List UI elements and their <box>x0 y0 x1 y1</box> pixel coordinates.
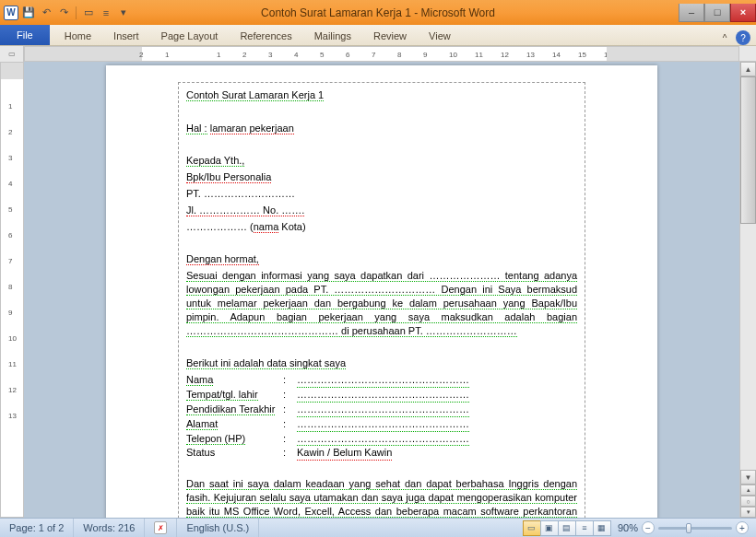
window-title: Contoh Surat Lamaran Kerja 1 - Microsoft… <box>261 6 495 19</box>
status-words[interactable]: Words: 216 <box>74 519 145 537</box>
document-area: 12345678910111213 Contoh Surat Lamaran K… <box>0 62 756 518</box>
help-icon[interactable]: ? <box>736 30 750 45</box>
kepada-line: Kepada Yth., <box>186 155 244 167</box>
scroll-up-icon[interactable]: ▲ <box>740 62 756 76</box>
qat-custom-1-icon[interactable]: ▭ <box>81 6 96 20</box>
quick-access-toolbar: W 💾 ↶ ↷ ▭ ≡ ▾ <box>0 6 131 20</box>
scroll-thumb[interactable] <box>740 76 756 224</box>
spell-check-icon: ✗ <box>154 521 167 534</box>
data-row: Nama:…………………………………………… <box>186 373 577 388</box>
scroll-down-icon[interactable]: ▼ <box>740 470 756 484</box>
status-right: ▭ ▣ ▤ ≡ ▦ 90% − + <box>523 519 756 537</box>
tab-page-layout[interactable]: Page Layout <box>150 27 230 45</box>
zoom-in-button[interactable]: + <box>736 521 749 534</box>
doc-title: Contoh Surat Lamaran Kerja 1 <box>186 89 324 101</box>
window-controls: – □ × <box>679 4 756 22</box>
save-icon[interactable]: 💾 <box>21 6 36 20</box>
zoom-slider-handle[interactable] <box>686 523 691 533</box>
undo-icon[interactable]: ↶ <box>39 6 53 20</box>
zoom-control: 90% − + <box>610 521 756 534</box>
personalia-line: Bpk/Ibu Personalia <box>186 171 271 183</box>
status-page[interactable]: Page: 1 of 2 <box>0 519 74 537</box>
view-full-screen-icon[interactable]: ▣ <box>540 520 559 536</box>
zoom-out-button[interactable]: − <box>642 521 655 534</box>
hal-label: Hal : <box>186 123 207 134</box>
qat-dropdown-icon[interactable]: ▾ <box>116 6 131 20</box>
next-page-icon[interactable]: ▾ <box>740 507 756 518</box>
previous-page-icon[interactable]: ▴ <box>740 484 756 496</box>
horizontal-ruler[interactable]: 2112345678910111213141516 <box>24 46 739 62</box>
qat-separator <box>76 6 77 19</box>
hal-value: lamaran pekerjaan <box>210 123 294 134</box>
minimize-ribbon-icon[interactable]: ^ <box>717 30 732 45</box>
tab-mailings[interactable]: Mailings <box>303 27 362 45</box>
data-row: Telepon (HP):…………………………………………… <box>186 432 577 447</box>
data-row: Pendidikan Terakhir:…………………………………………… <box>186 403 577 417</box>
redo-icon[interactable]: ↷ <box>56 6 71 20</box>
tab-references[interactable]: References <box>229 27 302 45</box>
view-print-layout-icon[interactable]: ▭ <box>523 520 541 536</box>
jl-line: Jl. ……………… No. ……. <box>186 204 304 216</box>
ruler-toggle-icon[interactable]: ▭ <box>0 46 24 62</box>
tab-insert[interactable]: Insert <box>102 27 150 45</box>
view-draft-icon[interactable]: ▦ <box>593 520 611 536</box>
data-row-status: Status : Kawin / Belum Kawin <box>186 446 577 461</box>
paragraph-2: Berikut ini adalah data singkat saya <box>186 357 346 369</box>
page-scroll-area[interactable]: Contoh Surat Lamaran Kerja 1 Hal : lamar… <box>24 62 739 518</box>
paragraph-1: Sesuai dengan informasi yang saya dapatk… <box>186 270 577 336</box>
ribbon-tabs: File Home Insert Page Layout References … <box>0 25 756 46</box>
status-language[interactable]: English (U.S.) <box>177 519 259 537</box>
status-spell-check[interactable]: ✗ <box>145 519 177 537</box>
data-row: Tempat/tgl. lahir:…………………………………………… <box>186 388 577 403</box>
title-bar: W 💾 ↶ ↷ ▭ ≡ ▾ Contoh Surat Lamaran Kerja… <box>0 0 756 25</box>
browse-object-nav: ▴ ○ ▾ <box>740 484 756 518</box>
horizontal-ruler-bar: ▭ 2112345678910111213141516 <box>0 46 756 62</box>
ribbon-help-area: ^ ? <box>717 30 756 45</box>
zoom-slider[interactable] <box>658 527 732 530</box>
paragraph-3: Dan saat ini saya dalam keadaan yang seh… <box>186 478 577 518</box>
view-web-layout-icon[interactable]: ▤ <box>558 520 576 536</box>
pt-line: PT. ……………………… <box>186 187 577 201</box>
qat-custom-2-icon[interactable]: ≡ <box>99 6 113 20</box>
document-page[interactable]: Contoh Surat Lamaran Kerja 1 Hal : lamar… <box>106 65 657 518</box>
dengan-hormat: Dengan hormat, <box>186 253 259 265</box>
status-bar: Page: 1 of 2 Words: 216 ✗ English (U.S.)… <box>0 518 756 537</box>
word-app-icon[interactable]: W <box>4 6 18 20</box>
data-row: Alamat:…………………………………………… <box>186 417 577 432</box>
browse-object-icon[interactable]: ○ <box>740 496 756 507</box>
minimize-button[interactable]: – <box>679 4 704 22</box>
tab-review[interactable]: Review <box>362 27 418 45</box>
tab-home[interactable]: Home <box>53 27 102 45</box>
close-button[interactable]: × <box>730 4 756 22</box>
tab-file[interactable]: File <box>0 25 50 45</box>
vertical-scrollbar[interactable]: ▲ ▼ ▴ ○ ▾ <box>739 62 756 518</box>
vertical-ruler[interactable]: 12345678910111213 <box>0 62 24 518</box>
text-box-content[interactable]: Contoh Surat Lamaran Kerja 1 Hal : lamar… <box>178 82 585 518</box>
view-outline-icon[interactable]: ≡ <box>575 520 594 536</box>
zoom-level[interactable]: 90% <box>618 522 638 533</box>
maximize-button[interactable]: □ <box>704 4 730 22</box>
tab-view[interactable]: View <box>418 27 462 45</box>
